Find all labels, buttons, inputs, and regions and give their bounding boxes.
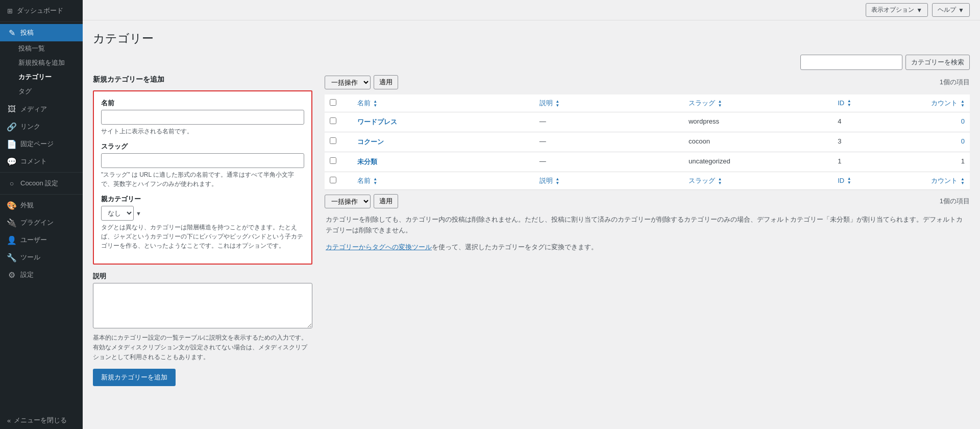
- items-count-bottom: 1個の項目: [940, 197, 970, 206]
- main-content: 表示オプション ▼ ヘルプ ▼ カテゴリー カテゴリーを検索 新規カテゴ: [83, 0, 980, 429]
- help-button[interactable]: ヘルプ ▼: [932, 3, 970, 17]
- row3-count-cell: 1: [899, 152, 970, 172]
- sidebar-item-users[interactable]: 👤 ユーザー: [0, 231, 83, 249]
- category-search-input[interactable]: [800, 55, 902, 70]
- categories-table: 名前 ▲▼ 説明 ▲▼ スラッグ ▲▼: [325, 94, 970, 190]
- sidebar-item-settings[interactable]: ⚙ 設定: [0, 266, 83, 283]
- category-search-button[interactable]: カテゴリーを検索: [905, 55, 970, 70]
- row1-checkbox-cell: [325, 112, 352, 132]
- sidebar-sub-post-list[interactable]: 投稿一覧: [0, 41, 83, 56]
- row1-checkbox[interactable]: [330, 117, 336, 124]
- select-chevron: ▼: [136, 210, 141, 217]
- footer-header-id[interactable]: ID ▲▼: [832, 172, 899, 190]
- row2-description: —: [540, 137, 546, 145]
- pages-icon: 📄: [7, 139, 16, 149]
- sidebar-divider-2: [0, 194, 83, 195]
- description-label: 説明: [93, 272, 312, 281]
- header-id[interactable]: ID ▲▼: [832, 94, 899, 112]
- row3-count-link[interactable]: 1: [961, 157, 965, 165]
- sidebar-sub-categories[interactable]: カテゴリー: [0, 70, 83, 84]
- sidebar-link-label: リンク: [20, 122, 40, 131]
- row2-count-link[interactable]: 0: [961, 137, 965, 145]
- count-sort-arrows: ▲▼: [961, 100, 965, 108]
- sidebar-sub-new-post[interactable]: 新規投稿を追加: [0, 56, 83, 70]
- sidebar-dashboard[interactable]: ⊞ ダッシュボード: [0, 0, 83, 22]
- display-options-button[interactable]: 表示オプション ▼: [866, 3, 928, 17]
- row2-id: 3: [838, 137, 841, 145]
- sidebar-item-cocoon[interactable]: ○ Cocoon 設定: [0, 175, 83, 192]
- add-category-form: 新規カテゴリーを追加 名前 サイト上に表示される名前です。 スラッグ: [93, 75, 312, 386]
- footer-name-label: 名前: [357, 177, 371, 184]
- form-box: 名前 サイト上に表示される名前です。 スラッグ "スラッグ" は URL に適し…: [93, 90, 312, 265]
- description-textarea[interactable]: [93, 283, 312, 328]
- users-icon: 👤: [7, 235, 16, 245]
- id-sort-arrows: ▲▼: [847, 99, 851, 107]
- table-footer-header-row: 名前 ▲▼ 説明 ▲▼ スラッグ ▲▼: [325, 172, 970, 190]
- page-title: カテゴリー: [93, 31, 970, 46]
- footer-note-1: カテゴリーを削除しても、カテゴリー内の投稿は削除されません。ただし、投稿に割り当…: [325, 214, 970, 236]
- sidebar-sub-tags[interactable]: タグ: [0, 84, 83, 99]
- sidebar-pages-label: 固定ページ: [20, 139, 54, 149]
- sidebar-item-comments[interactable]: 💬 コメント: [0, 153, 83, 170]
- close-menu-label: メニューを閉じる: [14, 416, 67, 425]
- bulk-action-select-bottom[interactable]: 一括操作: [325, 195, 371, 208]
- apply-button-top[interactable]: 適用: [374, 75, 398, 89]
- row2-description-cell: —: [534, 132, 683, 152]
- slug-hint: "スラッグ" は URL に適した形式の名前です。通常はすべて半角小文字で、英数…: [101, 170, 304, 188]
- row2-count-cell: 0: [899, 132, 970, 152]
- table-toolbar-bottom: 一括操作 適用 1個の項目: [325, 194, 970, 208]
- sidebar-item-appearance[interactable]: 🎨 外観: [0, 197, 83, 214]
- header-count[interactable]: カウント ▲▼: [899, 94, 970, 112]
- bulk-action-select-top[interactable]: 一括操作: [325, 76, 371, 89]
- sidebar-item-links[interactable]: 🔗 リンク: [0, 118, 83, 135]
- footer-select-all[interactable]: [330, 177, 336, 183]
- name-label: 名前: [101, 99, 304, 108]
- row2-slug: cocoon: [689, 137, 710, 145]
- footer-header-name[interactable]: 名前 ▲▼: [352, 172, 534, 190]
- table-toolbar-top: 一括操作 適用 1個の項目: [325, 75, 970, 89]
- header-slug[interactable]: スラッグ ▲▼: [683, 94, 832, 112]
- sidebar-item-posts[interactable]: ✎ 投稿: [0, 24, 83, 41]
- row1-count-cell: 0: [899, 112, 970, 132]
- form-section-title: 新規カテゴリーを追加: [93, 75, 312, 84]
- footer-count-sort: ▲▼: [961, 177, 965, 185]
- submit-button[interactable]: 新規カテゴリーを追加: [93, 369, 176, 386]
- items-count-label-bottom: 1個の項目: [940, 197, 970, 205]
- slug-input[interactable]: [101, 153, 304, 168]
- sidebar-item-tools[interactable]: 🔧 ツール: [0, 249, 83, 266]
- footer-header-desc[interactable]: 説明 ▲▼: [534, 172, 683, 190]
- name-input[interactable]: [101, 110, 304, 125]
- sidebar-close-menu[interactable]: « メニューを閉じる: [0, 412, 83, 429]
- row1-count-link[interactable]: 0: [961, 117, 965, 125]
- row1-description-cell: —: [534, 112, 683, 132]
- sidebar-cocoon-label: Cocoon 設定: [20, 179, 58, 188]
- row1-description: —: [540, 117, 546, 125]
- row2-checkbox-cell: [325, 132, 352, 152]
- conversion-tool-link[interactable]: カテゴリーからタグへの変換ツール: [326, 243, 432, 251]
- table-row: 未分類 — uncategorized 1: [325, 152, 970, 172]
- footer-header-count[interactable]: カウント ▲▼: [899, 172, 970, 190]
- row1-slug-cell: wordpress: [683, 112, 832, 132]
- sidebar-item-plugins[interactable]: 🔌 プラグイン: [0, 214, 83, 231]
- row3-checkbox[interactable]: [330, 157, 336, 164]
- row2-checkbox[interactable]: [330, 137, 336, 144]
- header-description[interactable]: 説明 ▲▼: [534, 94, 683, 112]
- select-all-checkbox[interactable]: [330, 99, 336, 106]
- sidebar-tools-label: ツール: [20, 253, 40, 262]
- apply-button-bottom[interactable]: 適用: [374, 194, 398, 208]
- sidebar-item-media[interactable]: 🖼 メディア: [0, 101, 83, 118]
- footer-desc-label: 説明: [540, 177, 553, 184]
- header-name[interactable]: 名前 ▲▼: [352, 94, 534, 112]
- page-content: カテゴリー カテゴリーを検索 新規カテゴリーを追加 名前: [83, 20, 980, 429]
- parent-select[interactable]: なし: [101, 206, 134, 221]
- desc-sort-arrows: ▲▼: [555, 100, 559, 108]
- sidebar-item-pages[interactable]: 📄 固定ページ: [0, 135, 83, 153]
- footer-header-slug[interactable]: スラッグ ▲▼: [683, 172, 832, 190]
- help-label: ヘルプ: [938, 6, 956, 14]
- row1-name-link[interactable]: ワードプレス: [357, 118, 397, 126]
- header-checkbox-col: [325, 94, 352, 112]
- sidebar-appearance-label: 外観: [20, 201, 34, 210]
- row2-name-link[interactable]: コクーン: [357, 138, 384, 146]
- table-body: ワードプレス — wordpress 4: [325, 112, 970, 190]
- row3-name-link[interactable]: 未分類: [357, 158, 377, 165]
